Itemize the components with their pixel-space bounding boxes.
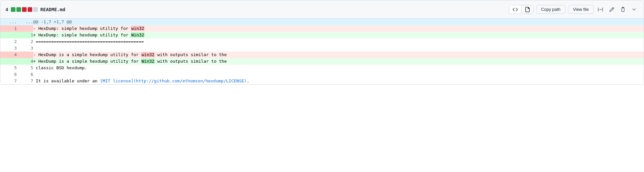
display-button[interactable] [596,5,605,14]
table-row: 7 7 It is available under an [MIT licens… [0,78,644,84]
new-line-num: 7 [17,78,33,84]
hunk-header-code: @@ -1,7 +1,7 @@ [33,19,644,25]
view-file-button[interactable]: View file [568,5,594,14]
old-line-num: 4 [0,52,17,58]
new-line-num: 2 [17,38,33,45]
code-view-button[interactable] [509,5,521,14]
line-code: It is available under an [MIT license](h… [33,78,644,84]
chevron-down-icon [632,7,637,12]
line-code: classic BSD hexdump. [33,65,644,71]
rich-view-button[interactable] [521,5,533,14]
line-code: + HexDump is a simple hexdump utility fo… [33,58,644,65]
old-line-num [0,58,17,65]
pencil-icon [609,7,614,12]
inline-highlight: win32 [131,26,144,31]
new-line-num: 4 [17,58,33,65]
stat-box-red-2 [28,7,32,12]
table-row: 4 - HexDump is a simple hexdump utility … [0,52,644,58]
old-line-num: 1 [0,25,17,32]
line-text: classic BSD hexdump. [33,65,87,70]
table-row: 1 + HexDump: simple hexdump utility for … [0,32,644,38]
table-row: 1 - HexDump: simple hexdump utility for … [0,25,644,32]
old-line-num: 6 [0,71,17,78]
line-text: ========================================… [33,39,144,44]
old-line-num: 5 [0,65,17,71]
inline-highlight: Win32 [131,32,144,37]
stat-box-green-2 [16,7,21,12]
line-text: HexDump: simple hexdump utility for [36,32,131,37]
copy-path-button[interactable]: Copy path [536,5,565,14]
line-code [33,71,644,78]
hunk-old-num: ... [0,19,17,25]
diff-stats [11,7,38,12]
line-code: ========================================… [33,38,644,45]
diff-table: ... ... @@ -1,7 +1,7 @@ 1 - HexDump: sim… [0,19,644,84]
stat-box-red-1 [22,7,27,12]
code-icon [513,7,518,12]
diff-header-right: Copy path View file [509,5,638,14]
diff-container: 4 README.md [0,0,644,85]
line-code: - HexDump: simple hexdump utility for wi… [33,25,644,32]
line-text: HexDump is a simple hexdump utility for [36,52,141,57]
line-text-after: with outputs similar to the [155,59,227,64]
diff-header-left: 4 README.md [6,7,509,12]
new-line-num [17,52,33,58]
line-text: HexDump is a simple hexdump utility for [36,59,141,64]
diff-prefix: + [33,32,36,37]
old-line-num: 7 [0,78,17,84]
line-text-after: . [247,78,249,83]
table-row: 3 3 [0,45,644,52]
old-line-num: 3 [0,45,17,52]
line-code: + HexDump: simple hexdump utility for Wi… [33,32,644,38]
patch-count: 4 [6,7,8,12]
link-text: [MIT license](http://github.com/ethomson… [100,78,247,83]
new-line-num [17,25,33,32]
table-row: 4 + HexDump is a simple hexdump utility … [0,58,644,65]
diff-header: 4 README.md [0,0,644,19]
new-line-num: 6 [17,71,33,78]
old-line-num [0,32,17,38]
table-row: 5 5 classic BSD hexdump. [0,65,644,71]
old-line-num: 2 [0,38,17,45]
edit-button[interactable] [608,5,616,14]
file-icon [525,7,530,12]
trash-icon [620,7,626,12]
new-line-num: 5 [17,65,33,71]
table-row: 2 2 ====================================… [0,38,644,45]
diff-prefix: - [33,52,36,57]
new-line-num: 3 [17,45,33,52]
stat-box-gray-1 [33,7,38,12]
stat-box-green-1 [11,7,15,12]
display-icon [598,7,603,12]
new-line-num: 1 [17,32,33,38]
line-text: It is available under an [33,78,100,83]
hunk-header-row: ... ... @@ -1,7 +1,7 @@ [0,19,644,25]
inline-highlight: Win32 [141,59,155,64]
delete-button[interactable] [619,5,627,14]
line-code [33,45,644,52]
filename: README.md [40,7,65,12]
line-text: HexDump: simple hexdump utility for [36,26,131,31]
line-text-after: with outputs similar to the [155,52,227,57]
view-toggle-group [509,5,534,14]
diff-prefix: + [33,59,36,64]
diff-prefix: - [33,26,36,31]
table-row: 6 6 [0,71,644,78]
hunk-new-num: ... [17,19,33,25]
expand-button[interactable] [630,5,638,14]
inline-highlight: win32 [141,52,155,57]
line-code: - HexDump is a simple hexdump utility fo… [33,52,644,58]
